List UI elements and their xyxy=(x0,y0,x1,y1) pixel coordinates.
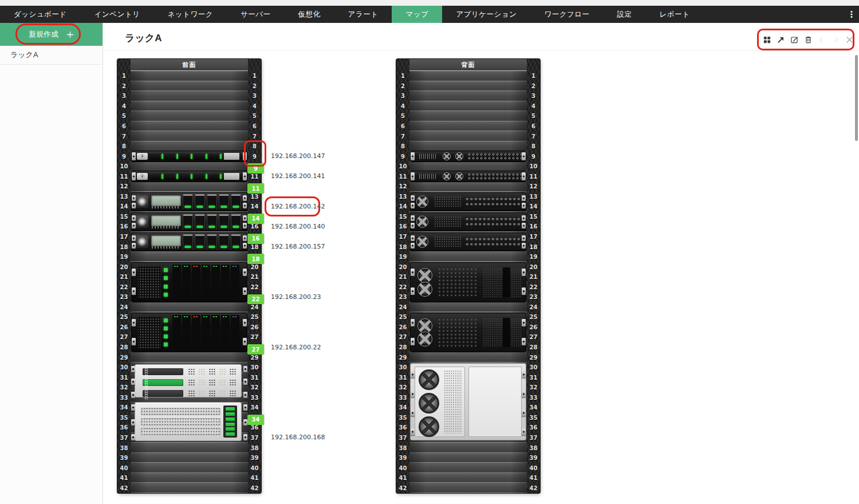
rack-unit-slot xyxy=(409,111,527,121)
rack-unit-slot xyxy=(409,463,527,473)
rack-unit-slot xyxy=(409,162,527,172)
unit-number: 7 xyxy=(396,131,409,141)
unit-number: 22 xyxy=(527,282,540,292)
unit-number: 8 xyxy=(527,141,540,152)
unit-number: 33 xyxy=(117,393,131,403)
rack-unit-slot xyxy=(131,473,248,483)
unit-number: 1 xyxy=(396,71,409,81)
unit-number: 30 xyxy=(248,363,261,373)
nav-tab-0[interactable]: ダッシュボード xyxy=(0,6,81,23)
page-title: ラックA xyxy=(125,32,161,45)
rack-unit-slot xyxy=(409,121,527,132)
unit-number: 28 xyxy=(117,342,131,353)
nav-tab-2[interactable]: ネットワーク xyxy=(154,6,227,23)
unit-number: 28 xyxy=(527,342,540,353)
rack-device-rear-2u[interactable] xyxy=(410,192,526,211)
rack-unit-slot xyxy=(131,121,248,132)
unit-number: 23 xyxy=(117,292,131,302)
rack-device-server-2u[interactable] xyxy=(131,192,247,211)
rack-device-rear-8u[interactable] xyxy=(410,363,526,440)
unit-number: 42 xyxy=(248,483,261,493)
rack-unit-slot xyxy=(409,483,527,493)
rack-device-storage-4u[interactable] xyxy=(131,262,247,302)
unit-number: 22 xyxy=(248,282,261,292)
unit-highlight-14: 14 xyxy=(247,214,264,224)
rack-device-rear-4u[interactable] xyxy=(410,313,526,352)
nav-tab-3[interactable]: サーバー xyxy=(227,6,285,23)
rack-unit-slot xyxy=(131,162,248,172)
edit-icon[interactable] xyxy=(790,36,799,44)
open-diagonal-arrow-icon[interactable] xyxy=(777,36,785,44)
unit-number: 11 xyxy=(527,171,540,182)
unit-number: 5 xyxy=(248,111,261,121)
rack-rail-left: 1234567891011121314151617181920212223242… xyxy=(117,71,131,493)
unit-number: 5 xyxy=(527,111,540,121)
rack-device-server-1u[interactable] xyxy=(131,171,247,182)
rack-unit-slot xyxy=(131,443,248,453)
rack-unit-slot xyxy=(131,81,248,92)
unit-number: 14 xyxy=(396,202,409,212)
rack-device-server-2u[interactable] xyxy=(131,212,247,231)
nav-tab-1[interactable]: インベントリ xyxy=(81,6,154,23)
unit-number: 42 xyxy=(396,483,409,493)
rack-device-patch-panel[interactable] xyxy=(131,401,247,442)
unit-number: 12 xyxy=(396,182,409,192)
unit-number: 26 xyxy=(527,322,540,333)
close-icon[interactable] xyxy=(845,36,854,44)
unit-number: 34 xyxy=(527,403,540,413)
unit-number: 42 xyxy=(527,483,540,493)
rack-back-view: 背面12345678910111213141516171819202122232… xyxy=(396,59,540,493)
unit-number: 29 xyxy=(117,352,131,363)
plus-icon xyxy=(66,31,74,38)
rack-device-storage-4u[interactable] xyxy=(131,313,247,352)
nav-tab-10[interactable]: レポート xyxy=(646,6,704,23)
rack-device-server-2u[interactable] xyxy=(131,233,247,251)
ip-label: 192.168.200.142 xyxy=(271,203,325,211)
unit-number: 20 xyxy=(117,262,131,272)
rack-device-rear-1u[interactable] xyxy=(410,151,526,162)
rack-device-rear-1u[interactable] xyxy=(410,171,526,182)
unit-number: 10 xyxy=(527,162,540,172)
unit-number: 2 xyxy=(117,81,131,92)
sidebar-item-0[interactable]: ラックA xyxy=(0,46,103,65)
unit-number: 36 xyxy=(527,423,540,433)
unit-number: 8 xyxy=(248,141,261,152)
unit-number: 9 xyxy=(527,151,540,162)
nav-tab-6[interactable]: マップ xyxy=(392,6,442,23)
nav-tab-5[interactable]: アラート xyxy=(334,6,392,23)
nav-tab-8[interactable]: ワークフロー xyxy=(530,6,603,23)
unit-number: 9 xyxy=(248,151,261,162)
rack-unit-slot xyxy=(131,91,248,101)
unit-number: 13 xyxy=(527,192,540,202)
nav-tab-7[interactable]: アプリケーション xyxy=(442,6,530,23)
rack-device-rear-4u[interactable] xyxy=(410,262,526,302)
overflow-menu-button[interactable] xyxy=(844,6,859,23)
unit-number: 35 xyxy=(396,413,409,423)
unit-number: 32 xyxy=(527,383,540,393)
unit-number: 36 xyxy=(396,423,409,433)
grid-view-icon[interactable] xyxy=(763,36,771,44)
unit-number: 22 xyxy=(396,282,409,292)
rack-device-rear-2u[interactable] xyxy=(410,233,526,251)
unit-number: 3 xyxy=(248,91,261,101)
unit-number: 14 xyxy=(248,202,261,212)
nav-tab-4[interactable]: 仮想化 xyxy=(285,6,334,23)
unit-number: 22 xyxy=(117,282,131,292)
unit-number: 17 xyxy=(396,232,409,242)
rack-device-server-1u[interactable] xyxy=(131,151,247,162)
unit-number: 19 xyxy=(117,252,131,262)
unit-number: 23 xyxy=(396,292,409,302)
scrollbar-thumb[interactable] xyxy=(855,55,858,141)
unit-number: 11 xyxy=(396,171,409,182)
new-create-button[interactable]: 新規作成 xyxy=(0,23,103,46)
rack-unit-slot xyxy=(409,141,527,152)
rack-face-title: 前面 xyxy=(131,59,248,71)
unit-number: 10 xyxy=(117,162,131,172)
rack-device-rear-2u[interactable] xyxy=(410,212,526,231)
nav-tab-9[interactable]: 設定 xyxy=(604,6,646,23)
unit-number: 7 xyxy=(117,131,131,141)
rack-rail-right: 1234567891011121314151617181920212223242… xyxy=(527,71,540,493)
delete-icon[interactable] xyxy=(804,36,813,44)
rack-device-blade-panel[interactable] xyxy=(131,363,247,399)
unit-number: 13 xyxy=(117,192,131,202)
